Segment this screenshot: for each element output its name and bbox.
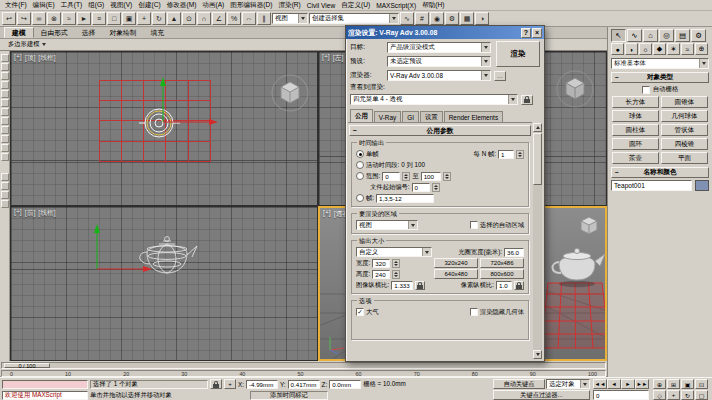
percent-snap-toggle-icon[interactable]: % bbox=[227, 12, 241, 25]
ribbon-panel-label[interactable]: 多边形建模 bbox=[8, 40, 39, 49]
image-aspect-field[interactable]: 1.333 bbox=[391, 281, 413, 290]
bind-to-space-warp-icon[interactable]: ≈ bbox=[62, 12, 76, 25]
redo-icon[interactable]: ↪ bbox=[17, 12, 31, 25]
resolution-preset-button[interactable]: 800x600 bbox=[480, 269, 524, 279]
menu-item[interactable]: Civil View bbox=[304, 2, 338, 9]
object-type-button[interactable]: 管状体 bbox=[661, 124, 708, 136]
viewport-top[interactable]: [+] [顶] [线框] bbox=[10, 51, 318, 206]
subcategory-dropdown[interactable]: 标准基本体 bbox=[611, 58, 709, 69]
ribbon-tab[interactable]: 选择 bbox=[75, 27, 103, 38]
scrollbar-thumb[interactable] bbox=[533, 133, 542, 185]
hierarchy-tab-icon[interactable]: ⌂ bbox=[643, 29, 658, 42]
ribbon-tab[interactable]: 建模 bbox=[4, 27, 34, 38]
render-dialog-tab[interactable]: 公用 bbox=[350, 109, 373, 122]
frames-field[interactable]: 1,3,5-12 bbox=[376, 194, 434, 203]
lock-pixel-aspect-button[interactable] bbox=[514, 281, 524, 290]
menu-item[interactable]: 图形编辑器(D) bbox=[227, 1, 275, 10]
left-toolbar-icon[interactable] bbox=[1, 81, 9, 89]
zoom-all-icon[interactable]: ⊞ bbox=[667, 379, 680, 389]
utilities-tab-icon[interactable]: ⚙ bbox=[691, 29, 706, 42]
view-to-render-dropdown[interactable]: 四元菜单 4 - 透视 bbox=[350, 94, 518, 105]
viewport-shading-label[interactable]: [线框] bbox=[38, 208, 55, 218]
name-and-color-rollout[interactable]: − 名称和颜色 bbox=[611, 167, 709, 178]
choose-renderer-button[interactable]: … bbox=[494, 71, 506, 81]
snap-toggle-icon[interactable]: ∩ bbox=[197, 12, 211, 25]
object-type-button[interactable]: 圆环 bbox=[612, 138, 659, 150]
select-and-link-icon[interactable]: ∞ bbox=[32, 12, 46, 25]
teapot-object[interactable] bbox=[550, 246, 607, 288]
menu-item[interactable]: 动画(A) bbox=[199, 1, 227, 10]
object-type-button[interactable]: 圆柱体 bbox=[612, 124, 659, 136]
left-toolbar-icon[interactable] bbox=[1, 63, 9, 71]
zoom-extents-all-icon[interactable]: ⊡ bbox=[695, 379, 708, 389]
object-name-field[interactable]: Teapot001 bbox=[611, 180, 692, 191]
menu-item[interactable]: 编辑(E) bbox=[30, 1, 58, 10]
auto-region-checkbox[interactable] bbox=[470, 221, 478, 229]
viewport-menu-plus[interactable]: [+] bbox=[14, 53, 22, 63]
left-toolbar-icon[interactable] bbox=[1, 191, 9, 199]
y-coordinate-field[interactable]: 0.417mm bbox=[288, 380, 320, 389]
mirror-icon[interactable]: ⇔ bbox=[242, 12, 256, 25]
preset-dropdown[interactable]: 未选定预设 bbox=[387, 56, 491, 67]
autogrid-checkbox[interactable] bbox=[642, 86, 650, 94]
use-pivot-point-center-icon[interactable]: ⊙ bbox=[182, 12, 196, 25]
spinner[interactable] bbox=[432, 183, 440, 192]
key-filters-button[interactable]: 关键点过滤器... bbox=[493, 390, 590, 400]
renderer-dropdown[interactable]: V-Ray Adv 3.00.08 bbox=[387, 70, 491, 81]
select-by-name-icon[interactable]: ≡ bbox=[92, 12, 106, 25]
ribbon-tab[interactable]: 自由形式 bbox=[34, 27, 75, 38]
add-time-tag[interactable]: 添加时间标记 bbox=[250, 391, 328, 400]
viewcube[interactable] bbox=[552, 66, 598, 112]
width-field[interactable]: 320 bbox=[372, 259, 390, 268]
time-slider-thumb[interactable]: 0 / 100 bbox=[4, 363, 50, 368]
select-and-scale-icon[interactable]: ▲ bbox=[167, 12, 181, 25]
current-frame-field[interactable]: 0 bbox=[593, 390, 649, 400]
area-to-render-dropdown[interactable]: 视图 bbox=[356, 220, 418, 230]
left-toolbar-icon[interactable] bbox=[1, 90, 9, 98]
spinner[interactable] bbox=[392, 259, 400, 268]
viewcube[interactable] bbox=[576, 212, 602, 238]
ribbon-tab[interactable]: 对象绘制 bbox=[102, 27, 143, 38]
previous-frame-button[interactable]: ◄ bbox=[607, 379, 621, 389]
frames-radio[interactable] bbox=[356, 194, 364, 202]
viewport-shading-label[interactable]: [线框] bbox=[38, 53, 55, 63]
viewport-pov-label[interactable]: [顶] bbox=[25, 53, 36, 63]
render-dialog-tab[interactable]: V-Ray bbox=[374, 111, 401, 122]
dialog-scrollbar[interactable] bbox=[533, 123, 542, 359]
lock-image-aspect-button[interactable] bbox=[415, 281, 425, 290]
spinner[interactable] bbox=[402, 172, 410, 181]
left-toolbar-icon[interactable] bbox=[1, 200, 9, 208]
maxscript-listener-line[interactable]: 欢迎使用 MAXScript bbox=[2, 391, 88, 400]
menu-item[interactable]: 组(G) bbox=[85, 1, 107, 10]
pixel-aspect-field[interactable]: 1.0 bbox=[496, 281, 512, 290]
go-to-end-button[interactable]: ►► bbox=[635, 379, 649, 389]
viewport-front[interactable]: [+] [前] [线框] bbox=[10, 206, 318, 361]
every-nth-field[interactable]: 1 bbox=[498, 150, 514, 159]
left-toolbar-icon[interactable] bbox=[1, 54, 9, 62]
zoom-icon[interactable]: ⊕ bbox=[653, 379, 666, 389]
left-toolbar-icon[interactable] bbox=[1, 126, 9, 134]
align-icon[interactable]: ∥ bbox=[257, 12, 271, 25]
render-setup-icon[interactable]: ⚙ bbox=[445, 12, 459, 25]
render-dialog-tab[interactable]: 设置 bbox=[420, 111, 443, 122]
angle-snap-toggle-icon[interactable]: ∠ bbox=[212, 12, 226, 25]
named-selection-sets-dropdown[interactable]: 创建选择集 bbox=[309, 13, 399, 24]
select-and-rotate-icon[interactable]: ↻ bbox=[152, 12, 166, 25]
height-field[interactable]: 240 bbox=[372, 270, 390, 279]
lock-view-button[interactable] bbox=[521, 95, 533, 105]
chevron-down-icon[interactable] bbox=[42, 43, 46, 46]
menu-item[interactable]: 工具(T) bbox=[58, 1, 86, 10]
material-editor-icon[interactable]: ◉ bbox=[430, 12, 444, 25]
auto-key-button[interactable]: 自动关键点 bbox=[493, 379, 545, 389]
space-warps-icon[interactable]: ≈ bbox=[681, 43, 694, 55]
modify-tab-icon[interactable]: ∿ bbox=[627, 29, 642, 42]
object-type-button[interactable]: 四棱锥 bbox=[661, 138, 708, 150]
window-crossing-icon[interactable]: ▣ bbox=[122, 12, 136, 25]
x-coordinate-field[interactable]: -4.99mm bbox=[246, 380, 278, 389]
object-type-button[interactable]: 圆锥体 bbox=[661, 96, 708, 108]
scroll-down-icon[interactable] bbox=[533, 350, 542, 359]
zoom-extents-icon[interactable]: ▣ bbox=[681, 379, 694, 389]
menu-item[interactable]: 视图(V) bbox=[107, 1, 135, 10]
field-of-view-icon[interactable]: ◇ bbox=[653, 390, 666, 400]
left-toolbar-icon[interactable] bbox=[1, 99, 9, 107]
